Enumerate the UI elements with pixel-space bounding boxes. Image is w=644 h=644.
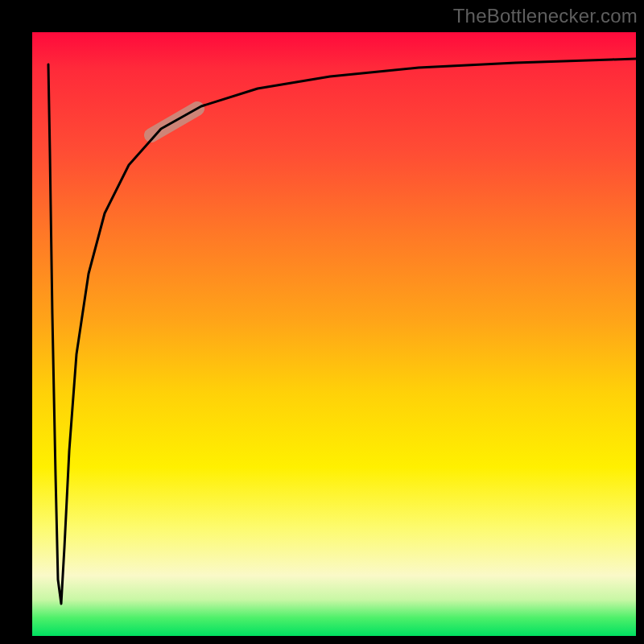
plot-area (32, 32, 636, 636)
main-curve-path (48, 59, 636, 604)
chart-frame: TheBottlenecker.com (0, 0, 644, 644)
attribution-text: TheBottlenecker.com (453, 5, 638, 27)
chart-svg (32, 32, 636, 636)
